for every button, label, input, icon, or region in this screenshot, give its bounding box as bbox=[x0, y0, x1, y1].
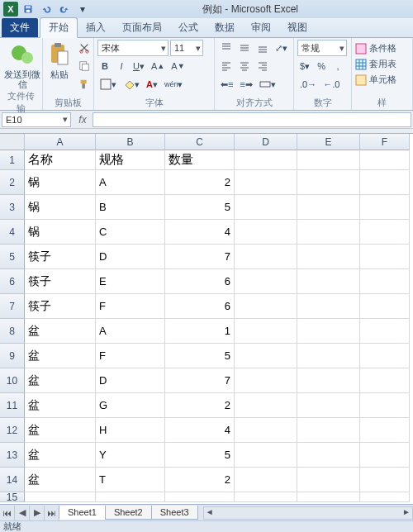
cell[interactable]: H bbox=[96, 418, 165, 443]
align-right-button[interactable] bbox=[254, 58, 271, 74]
cell[interactable] bbox=[235, 443, 297, 468]
cell[interactable] bbox=[235, 368, 297, 393]
cell[interactable]: D bbox=[96, 245, 165, 269]
cell[interactable]: 1 bbox=[165, 319, 235, 344]
border-button[interactable]: ▾ bbox=[97, 76, 119, 93]
font-size-combo[interactable]: 11 bbox=[170, 40, 203, 56]
cell[interactable] bbox=[297, 170, 360, 195]
cell[interactable] bbox=[235, 393, 297, 418]
fill-color-button[interactable]: ▾ bbox=[121, 76, 142, 93]
cell[interactable]: 锅 bbox=[25, 170, 96, 195]
sheet-nav-prev[interactable]: ◀ bbox=[15, 506, 30, 520]
font-color-button[interactable]: A▾ bbox=[144, 76, 160, 93]
conditional-format-button[interactable]: 条件格 bbox=[355, 41, 409, 55]
tab-view[interactable]: 视图 bbox=[279, 18, 316, 37]
cell[interactable] bbox=[235, 468, 297, 492]
cell[interactable]: 盆 bbox=[25, 319, 96, 344]
cell[interactable] bbox=[360, 393, 410, 418]
cell[interactable]: F bbox=[96, 294, 165, 319]
cell[interactable] bbox=[360, 170, 410, 195]
cell[interactable] bbox=[96, 492, 165, 502]
decrease-indent-button[interactable]: ⬅≡ bbox=[218, 76, 235, 93]
cell-styles-button[interactable]: 单元格 bbox=[355, 73, 409, 87]
align-left-button[interactable] bbox=[218, 58, 235, 74]
cell[interactable]: 筷子 bbox=[25, 294, 96, 319]
cell[interactable] bbox=[297, 492, 360, 502]
cell[interactable]: 6 bbox=[165, 294, 235, 319]
tab-pagelayout[interactable]: 页面布局 bbox=[114, 18, 170, 37]
sheet-tab-1[interactable]: Sheet1 bbox=[59, 506, 106, 520]
cell[interactable]: A bbox=[96, 319, 165, 344]
cell[interactable]: T bbox=[96, 468, 165, 492]
align-bottom-button[interactable] bbox=[254, 40, 271, 56]
paste-button[interactable]: 粘贴 bbox=[46, 40, 73, 79]
cell[interactable]: 5 bbox=[165, 195, 235, 220]
sheet-tab-3[interactable]: Sheet3 bbox=[151, 506, 198, 520]
qat-dropdown[interactable]: ▾ bbox=[74, 2, 91, 17]
row-header[interactable]: 6 bbox=[0, 269, 25, 294]
undo-button[interactable] bbox=[38, 2, 55, 17]
row-header[interactable]: 15 bbox=[0, 492, 25, 502]
decrease-decimal-button[interactable]: ←.0 bbox=[320, 76, 342, 93]
cell[interactable] bbox=[360, 468, 410, 492]
cell[interactable]: 7 bbox=[165, 368, 235, 393]
row-header[interactable]: 1 bbox=[0, 150, 25, 170]
orientation-button[interactable]: ⤢▾ bbox=[273, 40, 290, 56]
cell[interactable]: G bbox=[96, 393, 165, 418]
number-format-combo[interactable]: 常规 bbox=[297, 40, 347, 56]
phonetic-button[interactable]: wén▾ bbox=[162, 76, 186, 93]
row-header[interactable]: 5 bbox=[0, 245, 25, 269]
row-header[interactable]: 11 bbox=[0, 393, 25, 418]
cell[interactable]: 盆 bbox=[25, 368, 96, 393]
increase-decimal-button[interactable]: .0→ bbox=[297, 76, 319, 93]
grow-font-button[interactable]: A▲ bbox=[149, 58, 167, 74]
cell[interactable] bbox=[297, 245, 360, 269]
cell[interactable] bbox=[297, 368, 360, 393]
align-middle-button[interactable] bbox=[236, 40, 253, 56]
cell[interactable]: A bbox=[96, 170, 165, 195]
copy-button[interactable] bbox=[76, 58, 93, 74]
cell[interactable]: 名称 bbox=[25, 150, 96, 170]
cell[interactable]: 4 bbox=[165, 220, 235, 245]
cell[interactable]: 4 bbox=[165, 418, 235, 443]
cell[interactable] bbox=[235, 418, 297, 443]
cell[interactable] bbox=[297, 150, 360, 170]
cell[interactable]: 盆 bbox=[25, 344, 96, 368]
cell[interactable] bbox=[360, 319, 410, 344]
cell[interactable]: F bbox=[96, 344, 165, 368]
cell[interactable] bbox=[360, 443, 410, 468]
cell[interactable] bbox=[360, 220, 410, 245]
row-header[interactable]: 4 bbox=[0, 220, 25, 245]
cell[interactable] bbox=[235, 220, 297, 245]
col-header-F[interactable]: F bbox=[360, 134, 410, 150]
cell[interactable] bbox=[360, 150, 410, 170]
row-header[interactable]: 8 bbox=[0, 319, 25, 344]
row-header[interactable]: 12 bbox=[0, 418, 25, 443]
formula-input[interactable] bbox=[93, 112, 411, 127]
italic-button[interactable]: I bbox=[114, 58, 129, 74]
cell[interactable] bbox=[297, 418, 360, 443]
cell[interactable]: 5 bbox=[165, 443, 235, 468]
sheet-nav-next[interactable]: ▶ bbox=[30, 506, 45, 520]
cell[interactable] bbox=[297, 443, 360, 468]
cell[interactable] bbox=[297, 468, 360, 492]
cell[interactable] bbox=[297, 344, 360, 368]
fx-button[interactable]: fx bbox=[73, 114, 93, 126]
cell[interactable]: 盆 bbox=[25, 468, 96, 492]
cell[interactable]: 盆 bbox=[25, 393, 96, 418]
save-button[interactable] bbox=[20, 2, 36, 17]
redo-button[interactable] bbox=[56, 2, 73, 17]
cell[interactable]: 6 bbox=[165, 269, 235, 294]
row-header[interactable]: 2 bbox=[0, 170, 25, 195]
tab-home[interactable]: 开始 bbox=[40, 17, 78, 38]
underline-button[interactable]: U▾ bbox=[131, 58, 147, 74]
align-top-button[interactable] bbox=[218, 40, 235, 56]
cell[interactable] bbox=[360, 368, 410, 393]
cell[interactable] bbox=[235, 269, 297, 294]
cell[interactable]: 盆 bbox=[25, 418, 96, 443]
cell[interactable] bbox=[360, 195, 410, 220]
send-to-wechat-button[interactable]: 发送到微信 bbox=[3, 40, 41, 89]
cell[interactable]: 2 bbox=[165, 468, 235, 492]
tab-insert[interactable]: 插入 bbox=[78, 18, 114, 37]
cell[interactable]: 规格 bbox=[96, 150, 165, 170]
